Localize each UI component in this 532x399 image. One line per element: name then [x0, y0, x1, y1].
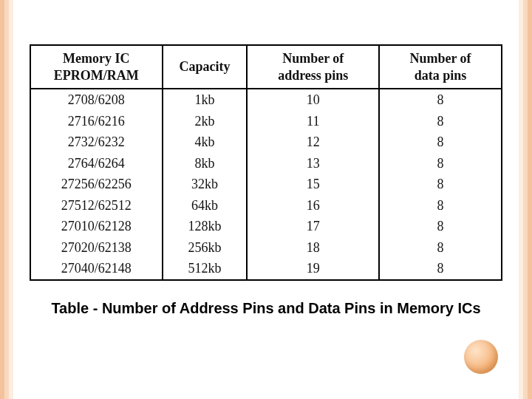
cell-cap: 512kb — [163, 258, 248, 280]
header-address-pins: Number of address pins — [247, 45, 379, 89]
cell-ic: 27512/62512 — [30, 195, 163, 216]
table-row: 27010/62128 128kb 17 8 — [30, 216, 502, 237]
cell-cap: 4kb — [163, 132, 248, 153]
header-data-pins: Number of data pins — [379, 45, 502, 89]
cell-ic: 2708/6208 — [30, 89, 163, 111]
decorative-circle-icon — [464, 340, 498, 374]
cell-addr: 10 — [247, 89, 379, 111]
cell-addr: 19 — [247, 258, 379, 280]
cell-ic: 2732/6232 — [30, 132, 163, 153]
cell-cap: 2kb — [163, 111, 248, 132]
cell-cap: 1kb — [163, 89, 248, 111]
cell-ic: 27256/62256 — [30, 174, 163, 195]
header-capacity: Capacity — [163, 45, 248, 89]
cell-ic: 27010/62128 — [30, 216, 163, 237]
right-decorative-stripe — [519, 0, 532, 399]
cell-addr: 17 — [247, 216, 379, 237]
header-text: Capacity — [180, 59, 231, 74]
slide-content: Memory IC EPROM/RAM Capacity Number of a… — [30, 44, 502, 317]
cell-ic: 27020/62138 — [30, 237, 163, 259]
table-row: 2708/6208 1kb 10 8 — [30, 89, 502, 111]
cell-addr: 16 — [247, 195, 379, 216]
cell-data: 8 — [379, 132, 502, 153]
table-caption: Table - Number of Address Pins and Data … — [30, 300, 502, 317]
table-row: 2716/6216 2kb 11 8 — [30, 111, 502, 132]
table-row: 27020/62138 256kb 18 8 — [30, 237, 502, 259]
cell-addr: 12 — [247, 132, 379, 153]
cell-cap: 32kb — [163, 174, 248, 195]
table-row: 27512/62512 64kb 16 8 — [30, 195, 502, 216]
header-text: data pins — [415, 68, 467, 83]
cell-addr: 18 — [247, 237, 379, 259]
cell-cap: 128kb — [163, 216, 248, 237]
cell-addr: 13 — [247, 153, 379, 174]
cell-data: 8 — [379, 153, 502, 174]
cell-data: 8 — [379, 195, 502, 216]
table-row: 27040/62148 512kb 19 8 — [30, 258, 502, 280]
cell-cap: 64kb — [163, 195, 248, 216]
header-text: Number of — [282, 51, 344, 66]
cell-data: 8 — [379, 237, 502, 259]
header-text: address pins — [278, 68, 348, 83]
cell-addr: 11 — [247, 111, 379, 132]
left-decorative-stripe — [0, 0, 13, 399]
cell-data: 8 — [379, 174, 502, 195]
cell-ic: 2764/6264 — [30, 153, 163, 174]
cell-ic: 2716/6216 — [30, 111, 163, 132]
cell-data: 8 — [379, 89, 502, 111]
cell-ic: 27040/62148 — [30, 258, 163, 280]
table-header-row: Memory IC EPROM/RAM Capacity Number of a… — [30, 45, 502, 89]
cell-data: 8 — [379, 258, 502, 280]
memory-ic-table: Memory IC EPROM/RAM Capacity Number of a… — [30, 44, 502, 281]
cell-data: 8 — [379, 216, 502, 237]
cell-addr: 15 — [247, 174, 379, 195]
cell-cap: 8kb — [163, 153, 248, 174]
cell-cap: 256kb — [163, 237, 248, 259]
header-text: Number of — [409, 51, 471, 66]
header-text: Memory IC — [63, 51, 129, 66]
table-row: 2764/6264 8kb 13 8 — [30, 153, 502, 174]
table-row: 27256/62256 32kb 15 8 — [30, 174, 502, 195]
table-row: 2732/6232 4kb 12 8 — [30, 132, 502, 153]
cell-data: 8 — [379, 111, 502, 132]
header-text: EPROM/RAM — [54, 68, 139, 83]
header-memory-ic: Memory IC EPROM/RAM — [30, 45, 163, 89]
